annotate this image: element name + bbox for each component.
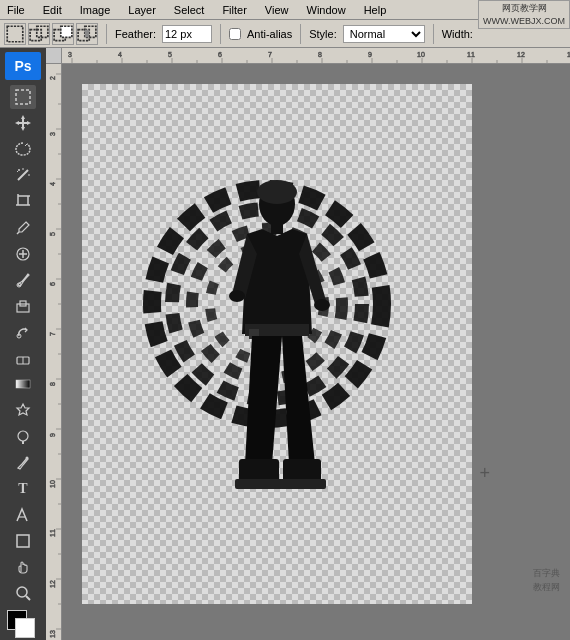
svg-line-37: [26, 596, 30, 600]
new-selection-btn[interactable]: [4, 23, 26, 45]
svg-rect-71: [46, 64, 62, 640]
svg-text:13: 13: [49, 630, 56, 638]
move-tool-btn[interactable]: [10, 111, 36, 135]
svg-point-114: [229, 290, 245, 302]
canvas-wrapper: + 百字典 教程网: [62, 64, 570, 624]
svg-text:10: 10: [417, 51, 425, 58]
svg-rect-4: [61, 26, 72, 37]
menu-help[interactable]: Help: [361, 4, 390, 16]
svg-rect-119: [235, 479, 283, 489]
marquee-tool-btn[interactable]: [10, 85, 36, 109]
crop-tool-btn[interactable]: [10, 189, 36, 213]
blur-btn[interactable]: [10, 398, 36, 422]
eyedropper-btn[interactable]: [10, 215, 36, 239]
menu-edit[interactable]: Edit: [40, 4, 65, 16]
svg-rect-2: [37, 26, 48, 37]
hand-btn[interactable]: [10, 555, 36, 579]
feather-input[interactable]: [162, 25, 212, 43]
svg-marker-9: [15, 115, 31, 131]
svg-rect-113: [271, 222, 283, 234]
path-select-btn[interactable]: [10, 503, 36, 527]
feather-label: Feather:: [115, 28, 156, 40]
svg-line-11: [18, 170, 28, 180]
menu-window[interactable]: Window: [304, 4, 349, 16]
svg-rect-0: [7, 26, 23, 42]
add-selection-btn[interactable]: [28, 23, 50, 45]
svg-text:8: 8: [49, 382, 56, 386]
canvas-document[interactable]: [82, 84, 472, 604]
toolbar-sep-4: [433, 24, 434, 44]
style-select[interactable]: Normal Fixed Ratio Fixed Size: [343, 25, 425, 43]
svg-point-33: [26, 456, 29, 459]
svg-text:5: 5: [168, 51, 172, 58]
svg-point-115: [314, 299, 330, 311]
menu-filter[interactable]: Filter: [219, 4, 249, 16]
svg-text:11: 11: [49, 529, 56, 537]
svg-text:12: 12: [49, 580, 56, 588]
lasso-tool-btn[interactable]: [10, 137, 36, 161]
style-label: Style:: [309, 28, 337, 40]
watermark-top: 网页教学网 WWW.WEBJX.COM: [478, 0, 570, 29]
svg-point-15: [18, 169, 20, 171]
color-boxes[interactable]: [7, 610, 39, 640]
svg-text:10: 10: [49, 480, 56, 488]
antialias-checkbox[interactable]: [229, 28, 241, 40]
svg-text:3: 3: [68, 51, 72, 58]
antialias-label: Anti-alias: [247, 28, 292, 40]
svg-text:11: 11: [467, 51, 475, 58]
svg-text:2: 2: [49, 76, 56, 80]
watermark-bottom: 百字典 教程网: [533, 567, 560, 594]
svg-rect-121: [280, 479, 326, 489]
dodge-btn[interactable]: [10, 424, 36, 448]
zoom-btn[interactable]: [10, 581, 36, 605]
svg-rect-1: [30, 29, 41, 40]
svg-rect-7: [85, 29, 89, 37]
toolbar-sep-1: [106, 24, 107, 44]
shape-btn[interactable]: [10, 529, 36, 553]
eraser-btn[interactable]: [10, 346, 36, 370]
menu-bar: File Edit Image Layer Select Filter View…: [0, 0, 570, 20]
ruler-left: 2 3 4 5 6 7 8 9 10: [46, 64, 62, 640]
marquee-options: [4, 23, 98, 45]
svg-point-31: [18, 431, 28, 441]
ruler-top: 3 4 5 6 7 8 9 10 11: [62, 48, 570, 64]
heal-btn[interactable]: [10, 242, 36, 266]
menu-layer[interactable]: Layer: [125, 4, 159, 16]
main-area: Ps: [0, 48, 570, 640]
svg-text:8: 8: [318, 51, 322, 58]
menu-file[interactable]: File: [4, 4, 28, 16]
svg-text:9: 9: [49, 433, 56, 437]
intersect-selection-btn[interactable]: [76, 23, 98, 45]
menu-image[interactable]: Image: [77, 4, 114, 16]
menu-select[interactable]: Select: [171, 4, 208, 16]
svg-text:6: 6: [218, 51, 222, 58]
cross-cursor: +: [479, 463, 490, 484]
pen-btn[interactable]: [10, 451, 36, 475]
stamp-btn[interactable]: [10, 294, 36, 318]
gradient-btn[interactable]: [10, 372, 36, 396]
svg-rect-8: [16, 90, 30, 104]
background-color[interactable]: [15, 618, 35, 638]
svg-text:5: 5: [49, 232, 56, 236]
subtract-selection-btn[interactable]: [52, 23, 74, 45]
svg-text:4: 4: [49, 182, 56, 186]
svg-text:7: 7: [49, 332, 56, 336]
svg-line-20: [17, 232, 19, 234]
brush-btn[interactable]: [10, 268, 36, 292]
svg-text:9: 9: [368, 51, 372, 58]
toolbar-sep-3: [300, 24, 301, 44]
magic-wand-btn[interactable]: [10, 163, 36, 187]
svg-text:3: 3: [49, 132, 56, 136]
menu-view[interactable]: View: [262, 4, 292, 16]
canvas-area[interactable]: 3 4 5 6 7 8 9 10 11: [46, 48, 570, 640]
svg-rect-38: [62, 48, 570, 64]
ruler-corner: [46, 48, 62, 64]
svg-rect-25: [17, 304, 29, 312]
svg-line-10: [25, 144, 27, 146]
history-brush-btn[interactable]: [10, 320, 36, 344]
width-label: Width:: [442, 28, 473, 40]
svg-point-36: [17, 587, 27, 597]
toolbar-sep-2: [220, 24, 221, 44]
type-btn[interactable]: T: [10, 477, 36, 501]
type-icon: T: [18, 481, 27, 497]
